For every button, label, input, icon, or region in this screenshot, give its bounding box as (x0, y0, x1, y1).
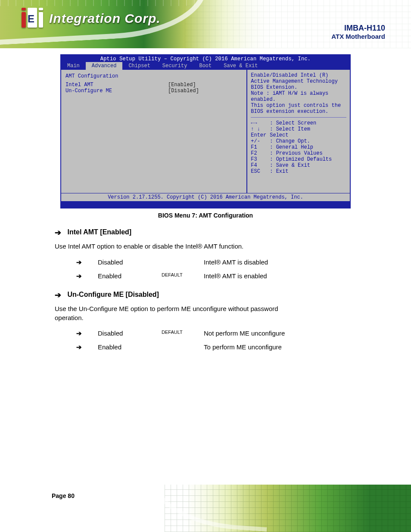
key-f4: F4 (251, 162, 268, 168)
arrow-icon: ➔ (55, 228, 61, 237)
value-text: To perform ME unconfigure (198, 340, 352, 354)
product-type: ATX Motherboard (331, 33, 385, 40)
value-default: DEFAULT (156, 269, 198, 283)
bios-section-title: AMT Configuration (65, 73, 168, 79)
value-default: DEFAULT (156, 327, 198, 340)
value-text: Not perform ME unconfigure (198, 327, 352, 340)
option-heading-text: Intel AMT [Enabled] (67, 228, 131, 236)
help-line: Note : iAMT H/W is always (251, 90, 346, 96)
brand-logo: E Integration Corp. (22, 8, 161, 29)
bios-window: Aptio Setup Utility – Copyright (C) 2016… (60, 54, 351, 208)
bios-item-intel-amt-value[interactable]: [Enabled] (168, 82, 196, 88)
key-esc: ESC (251, 168, 268, 174)
help-line: enabled. (251, 96, 346, 103)
value-name: Disabled (92, 327, 156, 340)
page-number: Page 80 (52, 492, 75, 499)
option-values-table: ➔ Disabled Intel® AMT is disabled ➔ Enab… (70, 255, 352, 283)
page-number-line: Page 80 (52, 492, 75, 499)
bios-item-unconfigure-me-label[interactable]: Un-Configure ME (65, 88, 168, 94)
document-body: ➔ Intel AMT [Enabled] Use Intel AMT opti… (55, 227, 356, 354)
key-f3: F3 (251, 156, 268, 162)
key-left-right-icon: ←→ (251, 120, 268, 126)
bios-left-pane: AMT Configuration Intel AMT [Enabled] Un… (61, 70, 247, 193)
table-row: ➔ Disabled DEFAULT Not perform ME unconf… (70, 327, 352, 340)
arrow-icon: ➔ (76, 258, 82, 266)
tab-main[interactable]: Main (61, 62, 86, 70)
figure-caption: BIOS Menu 7: AMT Configuration (0, 212, 411, 219)
arrow-icon: ➔ (76, 330, 82, 337)
tab-save-exit[interactable]: Save & Exit (218, 62, 264, 70)
key-f2: F2 (251, 150, 268, 156)
arrow-icon: ➔ (76, 272, 82, 280)
arrow-icon: ➔ (55, 291, 61, 299)
value-text: Intel® AMT is enabled (198, 269, 352, 283)
tab-advanced[interactable]: Advanced (86, 62, 123, 70)
tab-boot[interactable]: Boot (193, 62, 218, 70)
table-row: ➔ Disabled Intel® AMT is disabled (70, 255, 352, 269)
key-desc: : Optimized Defaults (270, 156, 332, 162)
decor-edge-circuit (0, 0, 197, 6)
option-desc-line: operation. (55, 314, 84, 321)
bios-tabs: Main Advanced Chipset Security Boot Save… (61, 62, 350, 70)
key-desc: : General Help (270, 144, 313, 150)
option-description: Use the Un-Configure ME option to perfor… (55, 305, 356, 322)
page-footer-banner: Page 80 (0, 485, 411, 532)
option-desc-line: Use the Un-Configure ME option to perfor… (55, 305, 278, 312)
bios-footer-version: Version 2.17.1255. Copyright (C) 2016 Am… (61, 193, 350, 202)
key-desc: : Select Screen (270, 120, 316, 126)
option-values-table: ➔ Disabled DEFAULT Not perform ME unconf… (70, 327, 352, 355)
key-desc: : Select Item (270, 126, 310, 132)
key-up-down-icon: ↑ ↓ (251, 126, 268, 132)
option-heading-unconfigure-me: ➔ Un-Configure ME [Disabled] (55, 290, 356, 300)
key-desc: : Save & Exit (270, 162, 310, 168)
key-desc: : Exit (270, 168, 288, 174)
brand-logo-text: Integration Corp. (49, 11, 161, 26)
key-plus-minus: +/- (251, 138, 268, 144)
value-default (156, 255, 198, 269)
option-heading-text: Un-Configure ME [Disabled] (67, 291, 159, 298)
option-heading-intel-amt: ➔ Intel AMT [Enabled] (55, 227, 356, 238)
product-name: IMBA-H110 (331, 24, 385, 33)
bios-titlebar: Aptio Setup Utility – Copyright (C) 2016… (61, 55, 350, 62)
value-name: Enabled (92, 340, 156, 354)
key-f1: F1 (251, 144, 268, 150)
key-desc: : Previous Values (270, 150, 322, 156)
option-description: Use Intel AMT option to enable or disabl… (55, 242, 356, 251)
key-desc: Select (270, 132, 288, 138)
arrow-icon: ➔ (76, 343, 82, 351)
bios-item-intel-amt-label[interactable]: Intel AMT (65, 82, 168, 88)
key-enter: Enter (251, 132, 268, 138)
table-row: ➔ Enabled To perform ME unconfigure (70, 340, 352, 354)
value-name: Enabled (92, 269, 156, 283)
tab-chipset[interactable]: Chipset (122, 62, 156, 70)
tab-security[interactable]: Security (156, 62, 193, 70)
help-line: BIOS extension execution. (251, 109, 346, 115)
table-row: ➔ Enabled DEFAULT Intel® AMT is enabled (70, 269, 352, 283)
key-desc: : Change Opt. (270, 138, 310, 144)
bios-footer-bar (61, 202, 350, 208)
value-text: Intel® AMT is disabled (198, 255, 352, 269)
value-default (156, 340, 198, 354)
bios-item-unconfigure-me-value[interactable]: [Disabled] (168, 88, 199, 94)
bios-help-pane: Enable/Disabled Intel (R) Active Managem… (247, 70, 350, 193)
value-name: Disabled (92, 255, 156, 269)
product-label: IMBA-H110 ATX Motherboard (331, 24, 385, 40)
help-line: This option just controls the (251, 103, 346, 109)
page-header-banner: E Integration Corp. IMBA-H110 ATX Mother… (0, 0, 411, 48)
help-line: BIOS Extension. (251, 84, 346, 90)
iei-logo-icon: E (22, 8, 45, 29)
help-line: Enable/Disabled Intel (R) (251, 72, 346, 78)
help-line: Active Management Technology (251, 78, 346, 84)
